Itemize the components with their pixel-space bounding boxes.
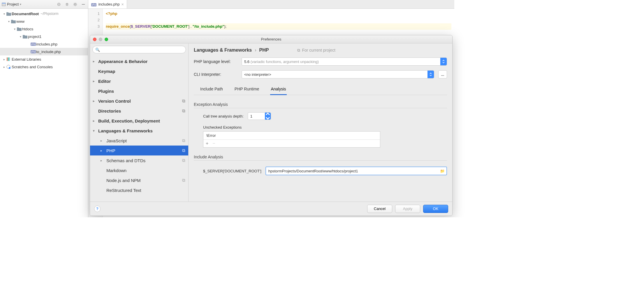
unchecked-exceptions-list: \Error + − (203, 131, 380, 148)
scope-icon: ⧉ (182, 98, 185, 104)
prefs-item-rst[interactable]: ReStructured Text (90, 185, 188, 195)
tree-folder-htdocs[interactable]: ▾ htdocs (0, 25, 88, 33)
cli-label: CLI Interpreter: (194, 72, 237, 77)
scope-icon: ⧉ (182, 148, 185, 153)
dropdown-caret-icon (265, 113, 271, 120)
project-icon (2, 2, 6, 6)
folder-icon (6, 12, 12, 16)
tree-folder-project1[interactable]: ▾ project1 (0, 33, 88, 40)
help-button[interactable]: ? (94, 206, 101, 212)
php-file-icon: php (30, 43, 36, 46)
chevron-down-icon: ▾ (7, 20, 10, 23)
prefs-search-input[interactable] (92, 46, 186, 53)
prefs-item-appearance[interactable]: ▸Appearance & Behavior (90, 56, 188, 66)
svg-point-4 (74, 4, 76, 5)
zoom-window-icon[interactable] (105, 38, 108, 41)
svg-rect-6 (7, 57, 8, 61)
scope-icon: ⧉ (182, 108, 185, 113)
unchecked-legend: Unchecked Exceptions (194, 125, 447, 130)
project-tree: ▾ DocumentRoot ~/Phpstorm ▾ www ▾ htdocs… (0, 9, 88, 217)
chevron-right-icon: ▸ (93, 60, 95, 63)
locate-icon[interactable] (56, 1, 62, 7)
document-root-path-input[interactable]: hpstormProjects/DocumentRoot/www/htdocs/… (265, 167, 447, 175)
prefs-item-vcs[interactable]: ▸Version Control⧉ (90, 96, 188, 106)
dialog-title: Preferences (90, 37, 452, 41)
project-view-dropdown[interactable]: Project ▾ (2, 2, 21, 6)
chevron-right-icon: ▸ (93, 99, 95, 103)
prefs-item-directories[interactable]: Directories⧉ (90, 106, 188, 116)
chevron-down-icon: ▾ (93, 129, 95, 133)
tab-php-runtime[interactable]: PHP Runtime (234, 84, 260, 95)
editor-tab[interactable]: php includes.php × (88, 0, 127, 8)
folder-icon (16, 27, 22, 31)
tree-root-label: DocumentRoot (12, 12, 39, 16)
tree-external-libraries[interactable]: ▸ External Libraries (0, 55, 88, 63)
tree-folder-www[interactable]: ▾ www (0, 18, 88, 25)
php-file-icon: php (30, 50, 36, 53)
ok-button[interactable]: OK (423, 205, 448, 213)
library-icon (6, 57, 12, 61)
prefs-item-node[interactable]: Node.js and NPM⧉ (90, 175, 188, 185)
hide-icon[interactable] (80, 1, 86, 7)
server-doc-root-label: $_SERVER['DOCUMENT_ROOT'] (203, 169, 261, 173)
chevron-right-icon: ▸ (101, 149, 102, 153)
include-legend: Include Analysis (194, 155, 447, 161)
chevron-right-icon: ▸ (2, 65, 6, 69)
tree-file-includes[interactable]: php includes.php (0, 40, 88, 48)
browse-folder-icon[interactable]: 📁 (440, 169, 445, 173)
apply-button[interactable]: Apply (395, 205, 420, 213)
list-item[interactable]: \Error (203, 132, 380, 139)
cli-more-button[interactable]: ... (438, 70, 447, 78)
close-icon[interactable]: × (121, 2, 124, 7)
exception-legend: Exception Analysis (194, 102, 447, 108)
gear-icon[interactable] (72, 1, 78, 7)
minimize-window-icon[interactable] (99, 38, 102, 41)
add-icon[interactable]: + (206, 141, 208, 146)
tree-file-to-include[interactable]: php to_include.php (0, 48, 88, 55)
scope-icon: ⧉ (182, 158, 185, 163)
prefs-tree: ▸Appearance & Behavior Keymap ▸Editor Pl… (90, 56, 188, 202)
dialog-titlebar[interactable]: Preferences (90, 35, 452, 43)
dropdown-caret-icon (427, 71, 434, 78)
close-window-icon[interactable] (93, 38, 96, 41)
tree-label: to_include.php (36, 50, 61, 54)
svg-rect-5 (82, 4, 85, 5)
prefs-item-plugins[interactable]: Plugins (90, 86, 188, 96)
chevron-down-icon: ▾ (19, 35, 22, 38)
collapse-all-icon[interactable] (64, 1, 70, 7)
code-line (106, 17, 451, 23)
chevron-right-icon: ▸ (101, 159, 102, 162)
tab-include-path[interactable]: Include Path (200, 84, 224, 95)
cli-interpreter-select[interactable]: <no interpreter> (242, 70, 434, 78)
prefs-item-languages[interactable]: ▾Languages & Frameworks (90, 126, 188, 136)
tree-root[interactable]: ▾ DocumentRoot ~/Phpstorm (0, 10, 88, 18)
tree-scratches[interactable]: ▸ Scratches and Consoles (0, 63, 88, 71)
cancel-button[interactable]: Cancel (367, 205, 392, 213)
chevron-right-icon: › (255, 48, 256, 53)
scope-icon: ⧉ (297, 48, 300, 53)
remove-icon[interactable]: − (212, 141, 215, 146)
chevron-right-icon: ▸ (93, 119, 95, 123)
prefs-item-editor[interactable]: ▸Editor (90, 76, 188, 86)
line-number: 3 (88, 23, 100, 30)
prefs-item-markdown[interactable]: Markdown (90, 165, 188, 175)
depth-select[interactable]: 1 (248, 112, 271, 120)
tab-analysis[interactable]: Analysis (270, 84, 286, 95)
code-line: <?php (106, 10, 451, 17)
editor-tab-label: includes.php (98, 2, 119, 6)
php-level-select[interactable]: 5.6 (variadic functions, argument unpack… (242, 57, 447, 66)
prefs-item-keymap[interactable]: Keymap (90, 66, 188, 76)
tree-root-path: ~/Phpstorm (41, 12, 59, 16)
php-level-label: PHP language level: (194, 59, 237, 64)
prefs-item-php[interactable]: ▸PHP⧉ (90, 146, 188, 155)
chevron-right-icon: ▸ (101, 139, 102, 143)
prefs-sidebar: 🔍 ▸Appearance & Behavior Keymap ▸Editor … (90, 43, 189, 202)
prefs-item-build[interactable]: ▸Build, Execution, Deployment (90, 116, 188, 126)
php-file-icon: php (91, 2, 96, 6)
svg-rect-1 (2, 3, 6, 4)
prefs-item-schemas[interactable]: ▸Schemas and DTDs⧉ (90, 155, 188, 165)
chevron-down-icon: ▾ (13, 27, 16, 31)
chevron-right-icon: ▸ (93, 79, 95, 83)
tree-label: Scratches and Consoles (12, 65, 53, 69)
prefs-item-javascript[interactable]: ▸JavaScript⧉ (90, 136, 188, 146)
